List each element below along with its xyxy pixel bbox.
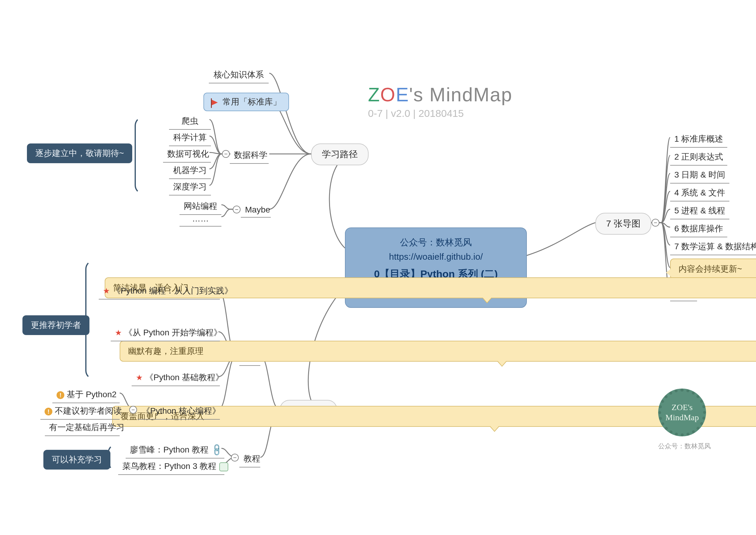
- leaf-maybe-more[interactable]: ……: [179, 212, 221, 227]
- leaf-book2[interactable]: ★《从 Python 开始学编程》: [111, 325, 220, 341]
- side-note-beginner: 更推荐初学者: [22, 315, 89, 335]
- leaf-ds-scicomp[interactable]: 科学计算: [169, 130, 211, 146]
- leaf-core-knowledge[interactable]: 核心知识体系: [209, 67, 269, 83]
- leaf-maybe[interactable]: Maybe: [241, 203, 271, 217]
- leaf-book2-text: 《从 Python 开始学编程》: [124, 328, 222, 337]
- flag-icon: [211, 99, 218, 105]
- leaf-ds-dl[interactable]: 深度学习: [169, 179, 211, 195]
- brace-books: [85, 260, 97, 380]
- leaf-ds-viz[interactable]: 数据可视化: [163, 147, 211, 163]
- seal-subtitle: 公众号：数林觅风: [658, 442, 711, 451]
- brand-o: O: [380, 84, 396, 105]
- collapse-toggle-maybe[interactable]: −: [233, 206, 241, 213]
- leaf-book4-warn2-text: 不建议初学者阅读: [55, 406, 122, 415]
- callout-book2: 幽默有趣，注重原理: [120, 341, 756, 362]
- side-note-building: 逐步建立中，敬请期待~: [27, 143, 132, 163]
- seal-line2: MindMap: [665, 412, 699, 423]
- brace-tutorials: [108, 444, 117, 471]
- collapse-toggle-book4[interactable]: −: [129, 406, 137, 414]
- leaf-tutorials[interactable]: 教程: [239, 451, 260, 467]
- collapse-toggle-ds[interactable]: −: [222, 150, 230, 158]
- leaf-tut-liaoxuefeng[interactable]: 廖雪峰：Python 教程🔗: [126, 442, 225, 459]
- brand-e: E: [396, 84, 409, 105]
- star-icon: ★: [115, 328, 122, 337]
- leaf-stdlib-text: 常用「标准库」: [223, 97, 281, 106]
- brace-path: [135, 117, 147, 194]
- seal-line1: ZOE's: [665, 402, 699, 412]
- collapse-toggle-tutorials[interactable]: −: [231, 454, 239, 462]
- leaf-tut-runoob[interactable]: 菜鸟教程：Python 3 教程: [118, 459, 225, 475]
- topic-seven-maps[interactable]: 7 张导图: [595, 213, 651, 235]
- topic-learning-path[interactable]: 学习路径: [311, 143, 369, 165]
- leaf-map-4[interactable]: 4 系统 & 文件: [670, 185, 729, 201]
- leaf-ds-crawler[interactable]: 爬虫: [169, 114, 211, 130]
- leaf-book4-warn2[interactable]: !不建议初学者阅读: [40, 404, 120, 420]
- leaf-book3-text: 《Python 基础教程》: [145, 373, 224, 382]
- central-line-wechat: 公众号：数林觅风: [360, 237, 511, 249]
- warning-icon: !: [56, 391, 64, 399]
- leaf-book3[interactable]: ★《Python 基础教程》: [132, 370, 220, 386]
- leaf-map-3[interactable]: 3 日期 & 时间: [670, 167, 729, 183]
- leaf-tut1-text: 廖雪峰：Python 教程: [130, 445, 208, 454]
- collapse-toggle-maps[interactable]: −: [651, 219, 659, 227]
- central-line-url: https://woaielf.github.io/: [360, 252, 511, 262]
- brand-title: ZOE's MindMap 0-7 | v2.0 | 20180415: [368, 84, 512, 119]
- leaf-book4-warn1[interactable]: !基于 Python2: [52, 387, 120, 403]
- leaf-data-science[interactable]: 数据科学: [230, 148, 269, 164]
- brand-z: Z: [368, 84, 380, 105]
- leaf-book4[interactable]: 《Python 核心编程》: [137, 404, 220, 420]
- leaf-stdlib-highlight[interactable]: 常用「标准库」: [203, 93, 289, 111]
- leaf-map-2[interactable]: 2 正则表达式: [670, 150, 727, 166]
- leaf-map-5[interactable]: 5 进程 & 线程: [670, 203, 729, 219]
- leaf-map-7[interactable]: 7 数学运算 & 数据结构: [670, 239, 756, 255]
- leaf-map-6[interactable]: 6 数据库操作: [670, 221, 727, 237]
- leaf-book4-cond[interactable]: 有一定基础后再学习: [45, 420, 120, 436]
- star-icon: ★: [136, 373, 143, 382]
- link-icon: 🔗: [209, 442, 224, 457]
- star-icon: ★: [103, 286, 110, 295]
- leaf-ds-ml[interactable]: 机器学习: [169, 163, 211, 179]
- side-note-supplement: 可以补充学习: [44, 450, 110, 469]
- site-icon: [219, 463, 228, 471]
- seal-stamp: ZOE's MindMap 公众号：数林觅风: [658, 388, 711, 451]
- leaf-map-1[interactable]: 1 标准库概述: [670, 131, 727, 148]
- warning-icon: !: [45, 408, 52, 415]
- leaf-book4-warn1-text: 基于 Python2: [67, 390, 117, 399]
- brand-subtitle: 0-7 | v2.0 | 20180415: [368, 108, 512, 119]
- brand-rest: 's MindMap: [409, 84, 512, 105]
- leaf-tut2-text: 菜鸟教程：Python 3 教程: [122, 462, 216, 471]
- leaf-book1[interactable]: ★《Python 编程：从入门到实践》: [99, 283, 220, 299]
- leaf-book1-text: 《Python 编程：从入门到实践》: [112, 286, 233, 295]
- callout-maps-updating: 内容会持续更新~: [670, 259, 756, 279]
